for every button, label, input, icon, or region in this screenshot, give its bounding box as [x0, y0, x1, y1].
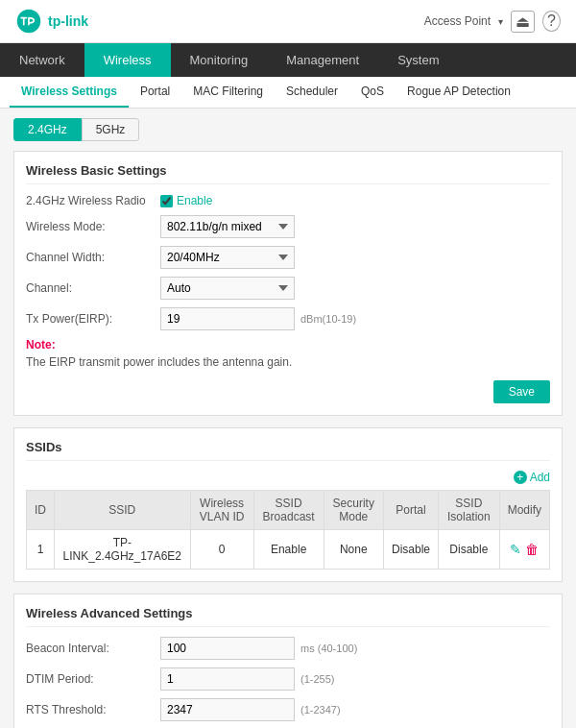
subnav-mac-filtering[interactable]: MAC Filtering: [181, 77, 275, 108]
save-basic-button[interactable]: Save: [493, 380, 550, 403]
ssid-table-body: 1 TP-LINK_2.4GHz_17A6E2 0 Enable None Di…: [27, 530, 550, 570]
add-ssid-icon: +: [514, 471, 527, 484]
ssids-section: SSIDs + Add ID SSID Wireless VLAN ID SSI…: [13, 427, 563, 582]
rts-label: RTS Threshold:: [26, 703, 160, 716]
cell-ssid: TP-LINK_2.4GHz_17A6E2: [55, 530, 191, 570]
subnav-qos[interactable]: QoS: [349, 77, 396, 108]
access-point-mode[interactable]: Access Point: [424, 14, 491, 28]
dtim-row: DTIM Period: (1-255): [26, 667, 550, 691]
add-ssid-link[interactable]: + Add: [26, 471, 550, 484]
basic-settings-title: Wireless Basic Settings: [26, 163, 550, 184]
ssid-table-head: ID SSID Wireless VLAN ID SSID Broadcast …: [27, 491, 550, 530]
col-isolation: SSID Isolation: [439, 491, 500, 530]
tab-2ghz[interactable]: 2.4GHz: [13, 118, 82, 141]
col-vlan: Wireless VLAN ID: [190, 491, 253, 530]
wireless-mode-select[interactable]: 802.11b/g/n mixed: [160, 215, 295, 238]
beacon-value: ms (40-100): [160, 637, 357, 660]
dtim-hint: (1-255): [300, 673, 334, 685]
col-portal: Portal: [383, 491, 438, 530]
logo: tp-link: [15, 8, 88, 35]
radio-row: 2.4GHz Wireless Radio Enable: [26, 194, 550, 207]
dropdown-icon[interactable]: ▾: [498, 16, 503, 27]
radio-enable-checkbox[interactable]: [160, 195, 173, 207]
help-icon[interactable]: ?: [542, 11, 561, 32]
note-label: Note:: [26, 338, 550, 352]
channel-width-value: 20/40MHz: [160, 246, 295, 269]
note-text: The EIRP transmit power includes the ant…: [26, 355, 550, 369]
header-controls: Access Point ▾ ⏏ ?: [424, 11, 561, 33]
col-modify: Modify: [499, 491, 549, 530]
beacon-row: Beacon Interval: ms (40-100): [26, 637, 550, 660]
channel-row: Channel: Auto: [26, 277, 550, 300]
col-id: ID: [27, 491, 55, 530]
main-nav: Network Wireless Monitoring Management S…: [0, 43, 576, 77]
delete-ssid-icon[interactable]: 🗑: [525, 542, 539, 557]
tx-power-row: Tx Power(EIRP): dBm(10-19): [26, 307, 550, 330]
cell-id: 1: [27, 530, 55, 570]
subnav-wireless-settings[interactable]: Wireless Settings: [10, 77, 129, 108]
subnav-portal[interactable]: Portal: [129, 77, 181, 108]
beacon-label: Beacon Interval:: [26, 642, 160, 655]
beacon-hint: ms (40-100): [300, 643, 357, 654]
cell-broadcast: Enable: [253, 530, 324, 570]
channel-select[interactable]: Auto: [160, 277, 295, 300]
cell-security: None: [324, 530, 383, 570]
nav-network[interactable]: Network: [0, 43, 84, 77]
col-security: Security Mode: [324, 491, 383, 530]
ssid-table: ID SSID Wireless VLAN ID SSID Broadcast …: [26, 490, 550, 570]
page-content: 2.4GHz 5GHz Wireless Basic Settings 2.4G…: [0, 109, 576, 728]
col-ssid: SSID: [55, 491, 191, 530]
cell-vlan: 0: [190, 530, 253, 570]
ssids-title: SSIDs: [26, 440, 550, 461]
tx-power-label: Tx Power(EIRP):: [26, 312, 160, 326]
rts-hint: (1-2347): [300, 704, 341, 716]
save-basic-container: Save: [26, 376, 550, 403]
col-broadcast: SSID Broadcast: [253, 491, 324, 530]
channel-width-select[interactable]: 20/40MHz: [160, 246, 295, 269]
tx-power-input[interactable]: [160, 307, 295, 330]
dtim-label: DTIM Period:: [26, 672, 160, 686]
tab-5ghz[interactable]: 5GHz: [82, 118, 140, 141]
wireless-mode-row: Wireless Mode: 802.11b/g/n mixed: [26, 215, 550, 238]
wireless-mode-value: 802.11b/g/n mixed: [160, 215, 295, 238]
nav-management[interactable]: Management: [267, 43, 378, 77]
beacon-interval-input[interactable]: [160, 637, 295, 660]
edit-ssid-icon[interactable]: ✎: [510, 542, 521, 557]
wireless-mode-label: Wireless Mode:: [26, 220, 160, 233]
tp-link-logo: [15, 8, 42, 35]
header: tp-link Access Point ▾ ⏏ ?: [0, 0, 576, 43]
radio-value: Enable: [160, 194, 212, 207]
channel-width-label: Channel Width:: [26, 251, 160, 264]
table-row: 1 TP-LINK_2.4GHz_17A6E2 0 Enable None Di…: [27, 530, 550, 570]
advanced-settings-section: Wireless Advanced Settings Beacon Interv…: [13, 594, 563, 728]
dtim-period-input[interactable]: [160, 667, 295, 691]
brand-name: tp-link: [48, 13, 88, 29]
radio-label: 2.4GHz Wireless Radio: [26, 194, 160, 207]
subnav-rogue-ap[interactable]: Rogue AP Detection: [396, 77, 522, 108]
tx-power-hint: dBm(10-19): [300, 313, 356, 325]
nav-monitoring[interactable]: Monitoring: [171, 43, 268, 77]
tx-power-value: dBm(10-19): [160, 307, 356, 330]
subnav-scheduler[interactable]: Scheduler: [275, 77, 349, 108]
channel-width-row: Channel Width: 20/40MHz: [26, 246, 550, 269]
dtim-value: (1-255): [160, 667, 334, 691]
advanced-settings-title: Wireless Advanced Settings: [26, 606, 550, 627]
rts-value: (1-2347): [160, 698, 341, 721]
radio-enable-checkbox-label[interactable]: Enable: [160, 194, 212, 207]
add-ssid-label: Add: [530, 471, 550, 484]
basic-settings-section: Wireless Basic Settings 2.4GHz Wireless …: [13, 151, 563, 416]
exit-icon[interactable]: ⏏: [511, 11, 535, 33]
rts-row: RTS Threshold: (1-2347): [26, 698, 550, 721]
nav-system[interactable]: System: [378, 43, 458, 77]
channel-value: Auto: [160, 277, 295, 300]
channel-label: Channel:: [26, 281, 160, 295]
rts-threshold-input[interactable]: [160, 698, 295, 721]
action-icons: ✎ 🗑: [508, 542, 541, 557]
cell-portal: Disable: [383, 530, 438, 570]
cell-modify: ✎ 🗑: [499, 530, 549, 570]
sub-nav: Wireless Settings Portal MAC Filtering S…: [0, 77, 576, 109]
nav-wireless[interactable]: Wireless: [84, 43, 171, 77]
cell-isolation: Disable: [439, 530, 500, 570]
freq-tab-group: 2.4GHz 5GHz: [13, 118, 563, 141]
enable-label: Enable: [177, 194, 212, 207]
